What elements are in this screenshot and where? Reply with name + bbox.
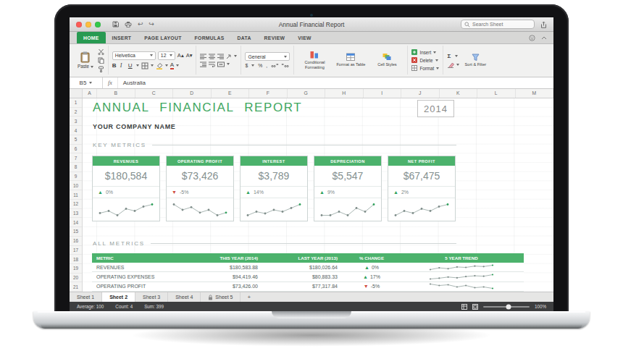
search-input[interactable] xyxy=(472,22,527,27)
tab-home[interactable]: HOME xyxy=(77,32,106,43)
column-header-g[interactable]: G xyxy=(288,89,326,98)
row-header-3[interactable]: 3 xyxy=(70,117,82,126)
increase-decimal-icon[interactable] xyxy=(271,63,278,68)
tab-formulas[interactable]: FORMULAS xyxy=(188,32,231,43)
row-header-11[interactable]: 11 xyxy=(70,190,82,200)
normal-view-icon[interactable] xyxy=(461,304,467,310)
row-header-15[interactable]: 15 xyxy=(70,227,82,237)
zoom-window-button[interactable] xyxy=(95,22,101,27)
column-header-f[interactable]: F xyxy=(249,89,288,98)
save-icon[interactable] xyxy=(112,21,119,27)
undo-icon[interactable]: ↩ xyxy=(138,21,143,27)
column-header-b[interactable]: B xyxy=(97,89,135,98)
name-box[interactable]: B5 xyxy=(70,77,103,88)
row-header-19[interactable]: 19 xyxy=(70,264,82,274)
row-header-10[interactable]: 10 xyxy=(70,181,82,190)
font-name-select[interactable]: Helvetica xyxy=(112,51,156,60)
italic-button[interactable]: I xyxy=(120,62,126,69)
row-header-16[interactable]: 16 xyxy=(70,237,82,246)
font-color-button[interactable]: A xyxy=(170,62,174,69)
format-painter-icon[interactable] xyxy=(98,66,104,72)
collapse-ribbon-icon[interactable] xyxy=(541,36,547,40)
row-header-1[interactable]: 1 xyxy=(70,98,82,108)
delete-cells-button[interactable]: Delete xyxy=(411,57,439,63)
decrease-decimal-icon[interactable] xyxy=(282,63,289,68)
cut-icon[interactable] xyxy=(98,48,104,55)
sheet-tab-5[interactable]: Sheet 5 xyxy=(201,292,241,302)
indent-decrease-icon[interactable] xyxy=(200,62,206,67)
merge-center-icon[interactable] xyxy=(217,62,225,67)
tab-review[interactable]: REVIEW xyxy=(258,32,292,43)
add-sheet-button[interactable]: + xyxy=(241,292,257,302)
cell-styles-button[interactable]: Cell Styles xyxy=(370,53,404,67)
bold-button[interactable]: B xyxy=(112,62,118,69)
wrap-text-icon[interactable] xyxy=(209,62,215,67)
print-icon[interactable] xyxy=(125,21,132,27)
row-header-21[interactable]: 21 xyxy=(70,282,82,292)
feedback-smiley-icon[interactable] xyxy=(529,35,535,41)
comma-style-button[interactable]: , xyxy=(266,63,267,68)
row-header-7[interactable]: 7 xyxy=(70,153,82,163)
tab-view[interactable]: VIEW xyxy=(291,32,318,43)
underline-button[interactable]: U xyxy=(128,62,134,69)
row-header-5[interactable]: 5 xyxy=(70,135,82,145)
sheet-canvas[interactable]: ANNUAL FINANCIAL REPORT 2014 YOUR COMPAN… xyxy=(83,98,553,292)
format-as-table-button[interactable]: Format as Table xyxy=(334,53,367,67)
accounting-format-button[interactable]: $ xyxy=(245,63,248,68)
tab-data[interactable]: DATA xyxy=(231,32,258,43)
paste-button[interactable]: Paste xyxy=(76,51,95,69)
row-header-20[interactable]: 20 xyxy=(70,274,82,283)
font-size-select[interactable]: 12 xyxy=(158,51,175,60)
close-window-button[interactable] xyxy=(76,22,82,27)
align-left-icon[interactable] xyxy=(200,54,206,59)
align-center-icon[interactable] xyxy=(209,54,215,59)
column-header-d[interactable]: D xyxy=(173,89,212,98)
percent-style-button[interactable]: % xyxy=(258,63,262,68)
clear-eraser-icon[interactable] xyxy=(447,62,454,68)
sheet-tab-2[interactable]: Sheet 2 xyxy=(102,292,135,302)
column-header-e[interactable]: E xyxy=(212,89,250,98)
sort-filter-button[interactable]: Sort & Filter xyxy=(462,54,488,67)
column-header-m[interactable]: M xyxy=(516,89,554,98)
zoom-slider-knob[interactable] xyxy=(506,304,511,309)
page-layout-view-icon[interactable] xyxy=(472,304,478,310)
column-header-a[interactable]: A xyxy=(83,89,97,98)
tab-insert[interactable]: INSERT xyxy=(106,32,138,43)
row-header-6[interactable]: 6 xyxy=(70,145,82,154)
column-header-k[interactable]: K xyxy=(440,89,478,98)
align-right-icon[interactable] xyxy=(217,54,224,59)
column-header-h[interactable]: H xyxy=(325,89,364,98)
column-header-l[interactable]: L xyxy=(477,89,516,98)
minimize-window-button[interactable] xyxy=(85,22,91,27)
increase-font-icon[interactable]: A▴ xyxy=(177,52,184,59)
insert-cells-button[interactable]: Insert xyxy=(411,49,439,55)
sheet-tab-3[interactable]: Sheet 3 xyxy=(135,292,168,302)
tab-page-layout[interactable]: PAGE LAYOUT xyxy=(138,32,188,43)
select-all-corner[interactable] xyxy=(70,89,83,98)
redo-icon[interactable]: ↪ xyxy=(149,21,155,27)
zoom-slider[interactable] xyxy=(483,306,530,308)
sheet-tab-4[interactable]: Sheet 4 xyxy=(168,292,201,302)
row-header-9[interactable]: 9 xyxy=(70,172,82,182)
column-header-j[interactable]: J xyxy=(401,89,440,98)
share-icon[interactable] xyxy=(540,21,547,28)
row-header-17[interactable]: 17 xyxy=(70,246,82,255)
conditional-formatting-button[interactable]: Conditional Formatting xyxy=(298,51,331,69)
row-header-12[interactable]: 12 xyxy=(70,200,82,209)
copy-icon[interactable] xyxy=(98,57,104,64)
autosum-button[interactable]: Σ xyxy=(447,53,453,60)
insert-function-icon[interactable]: fx xyxy=(103,77,118,88)
number-format-select[interactable]: General xyxy=(245,52,290,61)
row-header-8[interactable]: 8 xyxy=(70,163,82,172)
row-header-14[interactable]: 14 xyxy=(70,218,82,227)
formula-input[interactable]: Australia xyxy=(118,80,146,86)
search-box[interactable] xyxy=(461,20,535,29)
row-header-18[interactable]: 18 xyxy=(70,255,82,264)
row-header-13[interactable]: 13 xyxy=(70,209,82,219)
column-header-c[interactable]: C xyxy=(135,89,174,98)
column-header-i[interactable]: I xyxy=(364,89,402,98)
row-header-4[interactable]: 4 xyxy=(70,126,82,135)
fill-color-icon[interactable] xyxy=(156,62,163,69)
decrease-font-icon[interactable]: A▾ xyxy=(186,52,193,59)
format-cells-button[interactable]: Format xyxy=(411,65,439,71)
